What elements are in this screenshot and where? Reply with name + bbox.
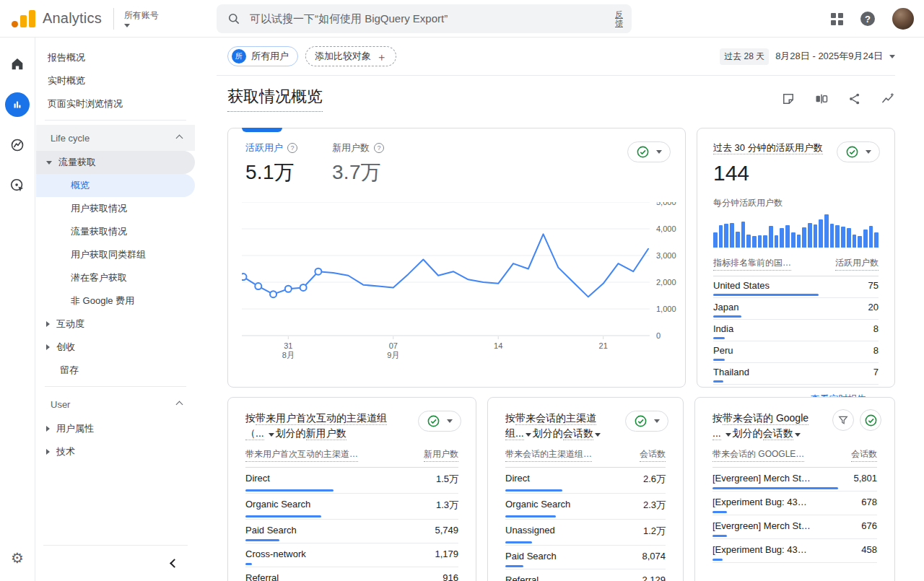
table-row: Japan20 (713, 298, 879, 320)
sidebar-item-monetization[interactable]: 创收 (36, 336, 195, 359)
ab-test-icon[interactable] (814, 92, 829, 106)
svg-text:8月: 8月 (282, 351, 295, 359)
active-users-card: 活跃用户 ? 5.1万 新用户数 ? 3.7万 01,0002,0003,00 (227, 128, 686, 388)
filter-funnel-icon[interactable] (832, 409, 854, 431)
metric-column-header[interactable]: 新用户数 (424, 448, 458, 462)
minute-bar (724, 224, 728, 248)
row-bar (245, 515, 321, 517)
dimension-column-header[interactable]: 带来会话的 GOOGLE… (712, 448, 804, 462)
row-value: 5,801 (853, 473, 877, 484)
sidebar-footer (43, 545, 188, 581)
sidebar-item-engagement[interactable]: 互动度 (36, 313, 195, 336)
brand-name: Analytics (43, 10, 102, 27)
sidebar-item-user-attributes[interactable]: 用户属性 (36, 417, 195, 440)
chevron-down-icon[interactable] (725, 433, 731, 437)
row-value: 8,074 (642, 551, 666, 562)
sidebar-item-traffic-acquisition-detail[interactable]: 流量获取情况 (36, 220, 195, 243)
sidebar-section-lifecycle[interactable]: Life cycle (36, 125, 195, 151)
sidebar-item-reports-snapshot[interactable]: 报告概况 (36, 46, 195, 69)
row-bar (712, 559, 723, 561)
chevron-down-icon[interactable] (269, 433, 274, 437)
sidebar-item-non-google-cost[interactable]: 非 Google 费用 (36, 289, 195, 313)
minute-bar (841, 227, 845, 248)
row-bar (712, 511, 727, 513)
row-value: 678 (861, 497, 877, 507)
check-circle-icon[interactable] (860, 409, 881, 431)
sidebar-item-realtime-overview[interactable]: 实时概览 (36, 69, 195, 92)
account-switcher[interactable]: 所有账号 (124, 9, 159, 27)
data-quality-pill[interactable] (625, 411, 668, 432)
dimension-column-header[interactable]: 带来会话的主渠道组… (505, 448, 592, 462)
feedback-link[interactable]: 反 馈 (615, 10, 623, 27)
metric-selector[interactable]: 会话数 (763, 427, 793, 440)
date-preset-badge: 过去 28 天 (720, 48, 769, 65)
row-value: 916 (443, 572, 458, 581)
chevron-down-icon[interactable] (595, 433, 601, 437)
all-users-chip[interactable]: 所 所有用户 (227, 46, 298, 66)
svg-text:21: 21 (599, 341, 608, 350)
tab-new-users[interactable]: 新用户数 ? 3.7万 (332, 141, 384, 186)
date-range-picker[interactable]: 过去 28 天 8月28日 - 2025年9月24日 (720, 48, 895, 65)
table-row: [Experiment Bug: 43…458 (712, 539, 877, 563)
minute-bar (780, 228, 784, 248)
search-icon (227, 12, 241, 26)
collapse-sidebar-icon[interactable] (170, 559, 179, 568)
home-icon[interactable] (5, 52, 30, 77)
question-icon[interactable]: ? (287, 143, 297, 153)
row-bar (713, 380, 723, 383)
data-quality-pill[interactable] (627, 141, 671, 162)
minute-bar (713, 232, 718, 248)
row-bar (505, 515, 556, 517)
explore-icon[interactable] (5, 133, 30, 157)
divider (45, 120, 186, 121)
advertising-icon[interactable] (5, 173, 30, 198)
minute-bar (775, 235, 779, 248)
metric-selector[interactable]: 新用户数 (306, 427, 346, 440)
sidebar-item-tech[interactable]: 技术 (36, 440, 195, 463)
sidebar-item-realtime-pages[interactable]: 页面实时浏览情况 (36, 92, 195, 115)
metric-column-header[interactable]: 会话数 (851, 448, 877, 462)
minute-bar (746, 235, 751, 248)
row-bar (245, 489, 334, 492)
insights-icon[interactable] (881, 92, 895, 106)
sessions-by-channel-card: 按带来会话的主渠道组...划分的会话数 带来会话的主渠道组… 会话数 Direc… (487, 397, 684, 581)
data-quality-pill[interactable] (418, 411, 461, 432)
chevron-down-icon[interactable] (526, 433, 531, 437)
sidebar-item-traffic-acquisition[interactable]: 流量获取 (36, 151, 195, 174)
sidebar-section-user[interactable]: User (36, 391, 195, 417)
minute-bar (853, 235, 857, 248)
sidebar-item-retention[interactable]: 留存 (36, 359, 195, 382)
minute-bar (752, 236, 757, 248)
help-icon[interactable]: ? (860, 12, 875, 26)
chevron-down-icon[interactable] (795, 433, 801, 437)
collapse-icon (176, 401, 183, 408)
row-label: India (713, 323, 733, 334)
tab-active-users[interactable]: 活跃用户 ? 5.1万 (245, 141, 297, 186)
avatar[interactable] (892, 8, 914, 30)
metric-column-header[interactable]: 活跃用户数 (835, 257, 879, 271)
sidebar-item-lead-acquisition[interactable]: 潜在客户获取 (36, 266, 195, 289)
share-icon[interactable] (847, 92, 862, 106)
gear-icon[interactable]: ⚙ (11, 549, 24, 567)
sidebar-item-user-acquisition[interactable]: 用户获取情况 (36, 197, 195, 220)
search-input[interactable]: 可以试搜一下“如何使用 BigQuery Export” 反 馈 (217, 4, 632, 33)
data-quality-pill[interactable] (837, 141, 880, 162)
dimension-column-header[interactable]: 指标排名靠前的国… (713, 257, 791, 271)
question-icon[interactable]: ? (374, 143, 384, 153)
sidebar-item-user-acquisition-cohorts[interactable]: 用户获取同类群组 (36, 243, 195, 266)
sessions-by-google-campaign-card: 按带来会话的 Google ... 划分的会话数 带来会话的 GOOGLE… 会… (694, 397, 895, 581)
per-minute-bar-chart (713, 214, 879, 248)
metric-selector[interactable]: 会话数 (563, 427, 593, 440)
analytics-logo[interactable] (12, 10, 35, 27)
new-users-value: 3.7万 (332, 159, 384, 186)
row-bar (245, 563, 252, 565)
apps-grid-icon[interactable] (831, 13, 843, 25)
note-icon[interactable] (781, 92, 796, 106)
realtime-card: 过去 30 分钟的活跃用户数 144 每分钟活跃用户数 指标排名靠前的国… 活跃… (697, 128, 895, 388)
sidebar-item-acquisition-overview[interactable]: 概览 (36, 174, 195, 197)
dimension-column-header[interactable]: 带来用户首次互动的主渠道… (245, 448, 358, 462)
metric-column-header[interactable]: 会话数 (640, 448, 666, 462)
reports-icon[interactable] (5, 92, 30, 117)
add-comparison-chip[interactable]: 添加比较对象 ＋ (305, 46, 396, 66)
row-value: 1.2万 (643, 525, 666, 538)
